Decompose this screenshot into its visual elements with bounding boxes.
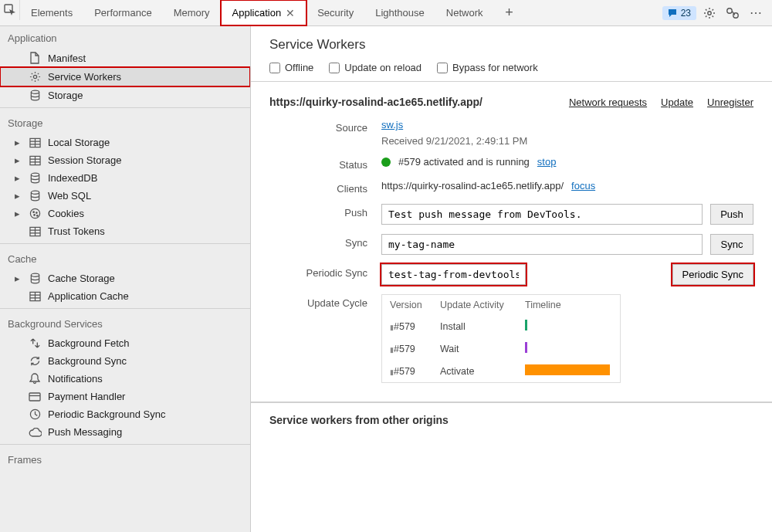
source-file-link[interactable]: sw.js (381, 119, 403, 130)
sidebar-item-label: Trust Tokens (48, 225, 105, 237)
sidebar-item-trust-tokens[interactable]: Trust Tokens (0, 222, 250, 240)
sidebar-group-storage: Storage (0, 111, 250, 134)
sidebar-item-payment-handler[interactable]: Payment Handler (0, 388, 250, 405)
expand-icon: ▸ (12, 137, 22, 148)
sidebar-item-label: Session Storage (48, 154, 121, 166)
focus-link[interactable]: focus (571, 180, 595, 191)
received-text: Received 9/21/2021, 2:49:11 PM (381, 135, 527, 147)
more-icon[interactable]: ⋯ (746, 3, 766, 23)
periodic-sync-label: Periodic Sync (269, 264, 381, 279)
status-label: Status (269, 156, 381, 171)
gear-icon[interactable] (699, 3, 720, 23)
svg-point-4 (33, 75, 36, 78)
db-icon (28, 172, 42, 184)
cookie-icon (28, 208, 42, 219)
origin-url: https://quirky-rosalind-ac1e65.netlify.a… (269, 96, 555, 108)
other-origins-heading: Service workers from other origins (251, 402, 772, 437)
sidebar-item-push-messaging[interactable]: Push Messaging (0, 423, 250, 441)
sidebar-item-cookies[interactable]: ▸Cookies (0, 205, 250, 222)
db-icon (28, 90, 42, 101)
sidebar-item-label: Manifest (48, 53, 86, 64)
tab-network[interactable]: Network (435, 0, 494, 25)
tab-elements[interactable]: Elements (20, 0, 83, 25)
sidebar-item-service-workers[interactable]: Service Workers (0, 67, 250, 86)
sidebar-item-manifest[interactable]: Manifest (0, 49, 250, 67)
sidebar-item-periodic-background-sync[interactable]: Periodic Background Sync (0, 405, 250, 423)
fetch-icon (28, 337, 42, 349)
tab-memory[interactable]: Memory (163, 0, 221, 25)
cycle-row: ▮#579Activate (382, 360, 620, 382)
cycle-version: ▮#579 (390, 344, 440, 354)
svg-point-9 (31, 191, 39, 194)
svg-point-5 (31, 90, 39, 93)
update-on-reload-checkbox[interactable]: Update on reload (329, 62, 422, 73)
sidebar-item-background-fetch[interactable]: Background Fetch (0, 334, 250, 352)
tab-security[interactable]: Security (306, 0, 364, 25)
svg-point-1 (708, 11, 711, 14)
sync-icon (28, 355, 42, 367)
tab-lighthouse[interactable]: Lighthouse (364, 0, 435, 25)
status-dot-icon (381, 158, 391, 167)
bypass-network-checkbox[interactable]: Bypass for network (437, 62, 538, 73)
grid-icon (28, 155, 42, 166)
add-tab-button[interactable]: + (493, 0, 524, 25)
cycle-version: ▮#579 (390, 321, 440, 332)
periodic-sync-input[interactable] (381, 264, 526, 285)
sidebar-item-local-storage[interactable]: ▸Local Storage (0, 134, 250, 151)
sidebar-item-label: Periodic Background Sync (48, 408, 165, 420)
update-cycle-table: Version Update Activity Timeline ▮#579In… (381, 294, 621, 383)
push-input[interactable] (381, 204, 703, 225)
offline-checkbox[interactable]: Offline (269, 62, 313, 73)
clock-icon (28, 408, 42, 420)
update-cycle-label: Update Cycle (269, 294, 381, 309)
grid-icon (28, 137, 42, 148)
expand-icon: ▸ (12, 172, 22, 184)
cycle-timeline (525, 320, 612, 333)
sidebar-item-label: Push Messaging (48, 426, 122, 438)
inspect-icon[interactable] (0, 0, 20, 20)
doc-icon (28, 52, 42, 64)
sync-button[interactable]: Sync (710, 234, 753, 255)
sync-label: Sync (269, 234, 381, 249)
clients-label: Clients (269, 180, 381, 195)
expand-icon: ▸ (12, 273, 22, 284)
application-sidebar: ApplicationManifestService WorkersStorag… (0, 26, 251, 532)
sidebar-item-web-sql[interactable]: ▸Web SQL (0, 187, 250, 205)
svg-point-2 (727, 8, 732, 12)
sidebar-item-notifications[interactable]: Notifications (0, 370, 250, 388)
close-icon[interactable]: ✕ (286, 7, 295, 19)
sidebar-item-background-sync[interactable]: Background Sync (0, 352, 250, 370)
sidebar-item-label: Payment Handler (48, 391, 125, 402)
sidebar-item-label: Cache Storage (48, 273, 115, 284)
issues-badge[interactable]: 23 (662, 6, 696, 20)
tab-application[interactable]: Application ✕ (221, 0, 307, 25)
periodic-sync-button[interactable]: Periodic Sync (672, 264, 753, 285)
update-link[interactable]: Update (661, 97, 693, 108)
sync-input[interactable] (381, 234, 703, 255)
network-requests-link[interactable]: Network requests (569, 97, 647, 108)
chat-icon (668, 8, 677, 18)
stop-link[interactable]: stop (537, 156, 557, 168)
sidebar-item-indexeddb[interactable]: ▸IndexedDB (0, 169, 250, 187)
devices-icon[interactable] (723, 3, 743, 23)
unregister-link[interactable]: Unregister (707, 97, 753, 108)
sidebar-item-label: Background Sync (48, 355, 127, 367)
svg-point-14 (36, 215, 38, 217)
sidebar-group-background-services: Background Services (0, 312, 250, 334)
cycle-row: ▮#579Install (382, 315, 620, 337)
svg-point-16 (31, 273, 39, 276)
sidebar-item-storage[interactable]: Storage (0, 86, 250, 104)
expand-icon: ▸ (12, 208, 22, 219)
push-label: Push (269, 204, 381, 219)
push-button[interactable]: Push (710, 204, 753, 225)
tab-performance[interactable]: Performance (83, 0, 162, 25)
svg-point-10 (30, 208, 39, 218)
db-icon (28, 273, 42, 284)
bell-icon (28, 373, 42, 385)
sidebar-item-cache-storage[interactable]: ▸Cache Storage (0, 269, 250, 287)
sidebar-group-frames: Frames (0, 448, 250, 470)
sidebar-item-session-storage[interactable]: ▸Session Storage (0, 151, 250, 169)
grid-icon (28, 291, 42, 302)
card-icon (28, 392, 42, 402)
sidebar-item-application-cache[interactable]: Application Cache (0, 287, 250, 305)
